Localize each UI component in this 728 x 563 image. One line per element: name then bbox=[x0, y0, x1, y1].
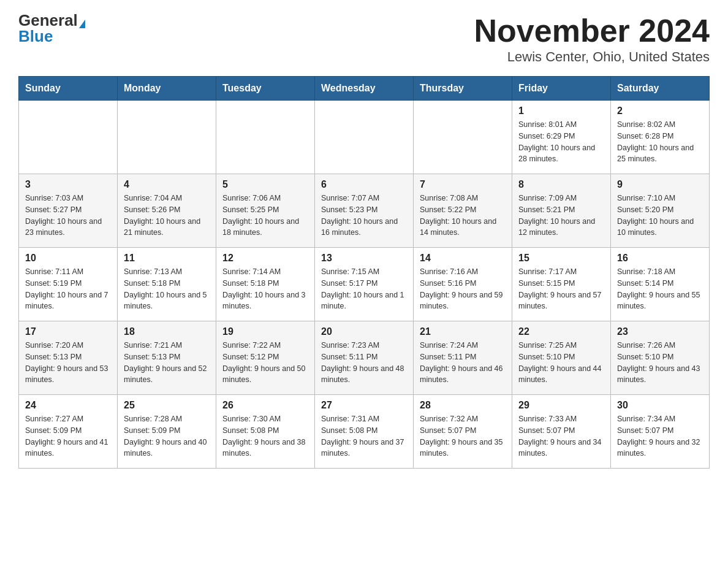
calendar-cell: 16Sunrise: 7:18 AMSunset: 5:14 PMDayligh… bbox=[611, 248, 710, 321]
calendar-cell: 3Sunrise: 7:03 AMSunset: 5:27 PMDaylight… bbox=[19, 174, 118, 248]
day-number: 17 bbox=[25, 326, 111, 337]
day-header-wednesday: Wednesday bbox=[315, 77, 414, 101]
calendar-cell: 27Sunrise: 7:31 AMSunset: 5:08 PMDayligh… bbox=[315, 395, 414, 469]
day-info: Sunrise: 7:27 AMSunset: 5:09 PMDaylight:… bbox=[25, 413, 111, 459]
week-row-5: 24Sunrise: 7:27 AMSunset: 5:09 PMDayligh… bbox=[19, 395, 710, 469]
day-info: Sunrise: 7:24 AMSunset: 5:11 PMDaylight:… bbox=[420, 340, 506, 386]
day-info: Sunrise: 8:01 AMSunset: 6:29 PMDaylight:… bbox=[518, 119, 604, 165]
day-info: Sunrise: 7:13 AMSunset: 5:18 PMDaylight:… bbox=[124, 266, 210, 312]
day-number: 10 bbox=[25, 253, 111, 264]
calendar-subtitle: Lewis Center, Ohio, United States bbox=[474, 49, 710, 65]
day-info: Sunrise: 7:34 AMSunset: 5:07 PMDaylight:… bbox=[617, 413, 703, 459]
calendar-cell: 1Sunrise: 8:01 AMSunset: 6:29 PMDaylight… bbox=[512, 101, 611, 174]
day-info: Sunrise: 7:17 AMSunset: 5:15 PMDaylight:… bbox=[518, 266, 604, 312]
day-number: 24 bbox=[25, 400, 111, 411]
calendar-cell bbox=[315, 101, 414, 174]
day-info: Sunrise: 7:09 AMSunset: 5:21 PMDaylight:… bbox=[518, 193, 604, 239]
logo-blue: Blue bbox=[18, 27, 53, 45]
day-info: Sunrise: 7:10 AMSunset: 5:20 PMDaylight:… bbox=[617, 193, 703, 239]
day-header-sunday: Sunday bbox=[19, 77, 118, 101]
calendar-cell: 9Sunrise: 7:10 AMSunset: 5:20 PMDaylight… bbox=[611, 174, 710, 248]
day-number: 30 bbox=[617, 400, 703, 411]
calendar-cell: 13Sunrise: 7:15 AMSunset: 5:17 PMDayligh… bbox=[315, 248, 414, 321]
calendar-cell: 2Sunrise: 8:02 AMSunset: 6:28 PMDaylight… bbox=[611, 101, 710, 174]
day-header-monday: Monday bbox=[118, 77, 216, 101]
day-number: 20 bbox=[321, 326, 407, 337]
day-number: 7 bbox=[420, 179, 506, 190]
day-number: 29 bbox=[518, 400, 604, 411]
day-info: Sunrise: 7:11 AMSunset: 5:19 PMDaylight:… bbox=[25, 266, 111, 312]
day-info: Sunrise: 7:32 AMSunset: 5:07 PMDaylight:… bbox=[420, 413, 506, 459]
day-info: Sunrise: 7:18 AMSunset: 5:14 PMDaylight:… bbox=[617, 266, 703, 312]
day-info: Sunrise: 7:31 AMSunset: 5:08 PMDaylight:… bbox=[321, 413, 407, 459]
day-info: Sunrise: 7:25 AMSunset: 5:10 PMDaylight:… bbox=[518, 340, 604, 386]
calendar-cell: 29Sunrise: 7:33 AMSunset: 5:07 PMDayligh… bbox=[512, 395, 611, 469]
day-number: 4 bbox=[124, 179, 210, 190]
calendar-cell: 4Sunrise: 7:04 AMSunset: 5:26 PMDaylight… bbox=[118, 174, 216, 248]
day-number: 14 bbox=[420, 253, 506, 264]
calendar-cell bbox=[216, 101, 315, 174]
calendar-cell: 24Sunrise: 7:27 AMSunset: 5:09 PMDayligh… bbox=[19, 395, 118, 469]
day-info: Sunrise: 7:20 AMSunset: 5:13 PMDaylight:… bbox=[25, 340, 111, 386]
day-info: Sunrise: 7:14 AMSunset: 5:18 PMDaylight:… bbox=[222, 266, 308, 312]
day-header-saturday: Saturday bbox=[611, 77, 710, 101]
day-info: Sunrise: 7:08 AMSunset: 5:22 PMDaylight:… bbox=[420, 193, 506, 239]
calendar-cell: 8Sunrise: 7:09 AMSunset: 5:21 PMDaylight… bbox=[512, 174, 611, 248]
calendar-cell: 18Sunrise: 7:21 AMSunset: 5:13 PMDayligh… bbox=[118, 321, 216, 395]
day-number: 15 bbox=[518, 253, 604, 264]
week-row-4: 17Sunrise: 7:20 AMSunset: 5:13 PMDayligh… bbox=[19, 321, 710, 395]
calendar-header-row: SundayMondayTuesdayWednesdayThursdayFrid… bbox=[19, 77, 710, 101]
day-info: Sunrise: 7:15 AMSunset: 5:17 PMDaylight:… bbox=[321, 266, 407, 312]
day-header-friday: Friday bbox=[512, 77, 611, 101]
day-info: Sunrise: 7:04 AMSunset: 5:26 PMDaylight:… bbox=[124, 193, 210, 239]
day-header-tuesday: Tuesday bbox=[216, 77, 315, 101]
day-number: 11 bbox=[124, 253, 210, 264]
calendar-cell: 19Sunrise: 7:22 AMSunset: 5:12 PMDayligh… bbox=[216, 321, 315, 395]
day-number: 21 bbox=[420, 326, 506, 337]
calendar-cell: 21Sunrise: 7:24 AMSunset: 5:11 PMDayligh… bbox=[414, 321, 512, 395]
calendar-cell: 6Sunrise: 7:07 AMSunset: 5:23 PMDaylight… bbox=[315, 174, 414, 248]
calendar-title: November 2024 bbox=[474, 12, 710, 49]
day-number: 2 bbox=[617, 105, 703, 117]
day-number: 22 bbox=[518, 326, 604, 337]
day-info: Sunrise: 7:06 AMSunset: 5:25 PMDaylight:… bbox=[222, 193, 308, 239]
calendar-cell: 28Sunrise: 7:32 AMSunset: 5:07 PMDayligh… bbox=[414, 395, 512, 469]
calendar-cell: 7Sunrise: 7:08 AMSunset: 5:22 PMDaylight… bbox=[414, 174, 512, 248]
day-info: Sunrise: 7:22 AMSunset: 5:12 PMDaylight:… bbox=[222, 340, 308, 386]
calendar-cell: 22Sunrise: 7:25 AMSunset: 5:10 PMDayligh… bbox=[512, 321, 611, 395]
calendar-cell bbox=[19, 101, 118, 174]
calendar-cell: 15Sunrise: 7:17 AMSunset: 5:15 PMDayligh… bbox=[512, 248, 611, 321]
week-row-2: 3Sunrise: 7:03 AMSunset: 5:27 PMDaylight… bbox=[19, 174, 710, 248]
day-number: 28 bbox=[420, 400, 506, 411]
day-info: Sunrise: 7:26 AMSunset: 5:10 PMDaylight:… bbox=[617, 340, 703, 386]
day-info: Sunrise: 7:21 AMSunset: 5:13 PMDaylight:… bbox=[124, 340, 210, 386]
day-number: 3 bbox=[25, 179, 111, 190]
day-number: 1 bbox=[518, 105, 604, 117]
day-number: 23 bbox=[617, 326, 703, 337]
day-info: Sunrise: 7:16 AMSunset: 5:16 PMDaylight:… bbox=[420, 266, 506, 312]
page-header: General Blue November 2024 Lewis Center,… bbox=[18, 12, 710, 65]
day-number: 8 bbox=[518, 179, 604, 190]
day-number: 16 bbox=[617, 253, 703, 264]
day-info: Sunrise: 7:30 AMSunset: 5:08 PMDaylight:… bbox=[222, 413, 308, 459]
day-number: 6 bbox=[321, 179, 407, 190]
day-info: Sunrise: 8:02 AMSunset: 6:28 PMDaylight:… bbox=[617, 119, 703, 165]
calendar-cell: 12Sunrise: 7:14 AMSunset: 5:18 PMDayligh… bbox=[216, 248, 315, 321]
day-header-thursday: Thursday bbox=[414, 77, 512, 101]
day-number: 12 bbox=[222, 253, 308, 264]
title-block: November 2024 Lewis Center, Ohio, United… bbox=[474, 12, 710, 65]
day-number: 19 bbox=[222, 326, 308, 337]
week-row-3: 10Sunrise: 7:11 AMSunset: 5:19 PMDayligh… bbox=[19, 248, 710, 321]
logo-general: General bbox=[18, 12, 78, 28]
day-number: 9 bbox=[617, 179, 703, 190]
logo-arrow-icon bbox=[79, 20, 85, 28]
calendar-cell: 10Sunrise: 7:11 AMSunset: 5:19 PMDayligh… bbox=[19, 248, 118, 321]
calendar-cell: 23Sunrise: 7:26 AMSunset: 5:10 PMDayligh… bbox=[611, 321, 710, 395]
calendar-cell bbox=[414, 101, 512, 174]
day-info: Sunrise: 7:23 AMSunset: 5:11 PMDaylight:… bbox=[321, 340, 407, 386]
day-info: Sunrise: 7:03 AMSunset: 5:27 PMDaylight:… bbox=[25, 193, 111, 239]
logo: General Blue bbox=[18, 12, 85, 44]
day-info: Sunrise: 7:28 AMSunset: 5:09 PMDaylight:… bbox=[124, 413, 210, 459]
day-info: Sunrise: 7:33 AMSunset: 5:07 PMDaylight:… bbox=[518, 413, 604, 459]
calendar-cell: 26Sunrise: 7:30 AMSunset: 5:08 PMDayligh… bbox=[216, 395, 315, 469]
